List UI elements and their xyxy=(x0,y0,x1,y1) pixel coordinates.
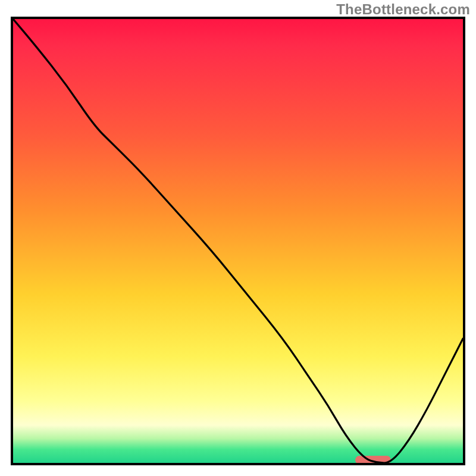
bottleneck-curve xyxy=(13,19,463,463)
chart-container: TheBottleneck.com xyxy=(0,0,476,476)
plot-frame xyxy=(11,17,465,465)
watermark-text: TheBottleneck.com xyxy=(336,1,470,18)
curve-path xyxy=(13,19,463,463)
